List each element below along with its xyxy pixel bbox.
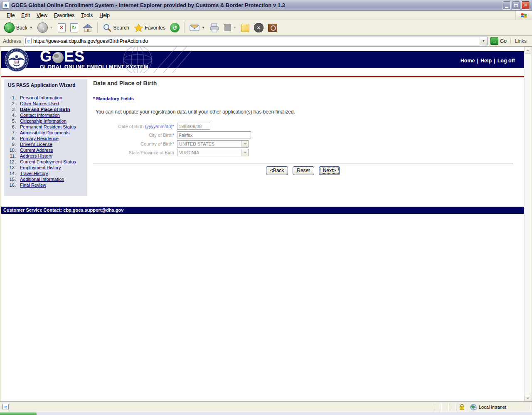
step-number: 15.: [4, 176, 20, 182]
blocked-x-icon: ✕: [254, 23, 264, 32]
country-of-birth-label: Country of Birth*: [93, 141, 177, 146]
form-divider: [93, 163, 513, 163]
sidebar-item-primary-residence[interactable]: 8. Primary Residence: [4, 136, 87, 141]
step-link[interactable]: Current Employment Status: [20, 159, 76, 165]
back-dropdown-icon: ▼: [30, 26, 33, 30]
maximize-button[interactable]: [512, 1, 520, 10]
step-link[interactable]: Personal Information: [20, 95, 62, 101]
sidebar-item-address-history[interactable]: 11. Address History: [4, 153, 87, 159]
state-selected-value: VIRGINIA: [179, 150, 199, 155]
forward-button[interactable]: → ▼: [36, 21, 55, 34]
refresh-button[interactable]: ↻: [69, 22, 80, 34]
reset-button[interactable]: Reset: [293, 166, 314, 175]
sidebar-item-contact-information[interactable]: 4. Contact Information: [4, 112, 87, 118]
sidebar-item-drivers-license[interactable]: 9. Driver's License: [4, 141, 87, 147]
minimize-button[interactable]: [502, 1, 511, 10]
step-link[interactable]: Driver's License: [20, 141, 52, 147]
close-button[interactable]: ✕: [521, 1, 530, 10]
address-url: https://goes-sat.cbp.dhs.gov/goes/BirthP…: [33, 38, 478, 44]
sidebar-item-employment-history[interactable]: 13. Employment History: [4, 165, 87, 170]
menu-view[interactable]: View: [33, 12, 51, 19]
step-link[interactable]: Admissibility Documents: [20, 130, 69, 136]
sidebar-item-permanent-resident-status[interactable]: 6. Permanent Resident Status: [4, 124, 87, 130]
sidebar-item-travel-history[interactable]: 14. Travel History: [4, 170, 87, 176]
step-link[interactable]: Additional Information: [20, 176, 64, 182]
ssl-lock-icon: [459, 404, 465, 410]
address-bar: Address e https://goes-sat.cbp.dhs.gov/g…: [0, 36, 532, 47]
step-link[interactable]: Other Names Used: [20, 101, 59, 106]
edit-button[interactable]: ▼: [222, 23, 238, 32]
favorites-button[interactable]: Favorites: [132, 22, 167, 34]
status-lock-pane: [456, 403, 468, 411]
stop-button[interactable]: ✕: [56, 22, 67, 34]
sidebar-item-personal-information[interactable]: 1. Personal Information: [4, 95, 87, 101]
back-form-button[interactable]: <Back: [266, 166, 288, 175]
ie-window-icon: e: [2, 2, 9, 9]
step-link[interactable]: Contact Information: [20, 112, 60, 118]
menu-file[interactable]: File: [3, 12, 18, 19]
print-button[interactable]: [208, 22, 221, 34]
country-of-birth-select[interactable]: UNITED STATES: [177, 140, 249, 148]
country-selected-value: UNITED STATES: [179, 141, 214, 146]
sidebar-item-current-employment-status[interactable]: 12. Current Employment Status: [4, 159, 87, 165]
nav-help-link[interactable]: Help: [480, 58, 492, 64]
window-title: GOES Global Online Enrollment System - I…: [11, 2, 500, 8]
restore-icon: [514, 4, 518, 7]
menu-help[interactable]: Help: [96, 12, 113, 19]
step-link[interactable]: Address History: [20, 153, 52, 159]
nav-logoff-link[interactable]: Log off: [498, 58, 515, 64]
step-link[interactable]: Permanent Resident Status: [20, 124, 76, 130]
scroll-down-button[interactable]: [525, 395, 531, 402]
messenger-button[interactable]: [239, 22, 251, 33]
sidebar-item-admissibility-documents[interactable]: 7. Admissibility Documents: [4, 130, 87, 136]
next-button[interactable]: Next>: [319, 166, 340, 175]
go-button[interactable]: → Go: [488, 37, 510, 45]
required-asterisk: *: [172, 133, 174, 138]
country-dropdown-icon: [241, 141, 248, 147]
city-of-birth-input[interactable]: [177, 131, 251, 138]
dhs-seal: [5, 48, 29, 72]
research-button[interactable]: [266, 22, 279, 33]
nav-home-link[interactable]: Home: [461, 58, 475, 64]
links-bar[interactable]: Links: [510, 38, 531, 44]
search-button[interactable]: Search: [101, 22, 131, 34]
step-number: 16.: [4, 182, 20, 188]
blocked-popup-button[interactable]: ✕: [252, 22, 265, 34]
back-button[interactable]: ← Back ▼: [2, 21, 34, 34]
finalized-warning-message: You can not update your registration dat…: [93, 109, 515, 115]
sidebar-item-current-address[interactable]: 10. Current Address: [4, 147, 87, 153]
history-button[interactable]: ↺: [168, 22, 181, 34]
goes-logo: G ES GLOBAL ONLINE ENROLLMENT SYSTEM: [40, 49, 148, 70]
home-button[interactable]: [81, 22, 94, 34]
menu-edit[interactable]: Edit: [18, 12, 33, 19]
step-link[interactable]: Date and Place of Birth: [20, 106, 70, 112]
start-button-edge[interactable]: [0, 412, 37, 415]
mail-button[interactable]: ▼: [188, 23, 207, 33]
page-scrollbar[interactable]: [524, 47, 531, 402]
forward-icon: →: [37, 22, 48, 33]
address-field[interactable]: e https://goes-sat.cbp.dhs.gov/goes/Birt…: [24, 37, 488, 45]
wizard-title: US PASS Application Wizard: [4, 82, 87, 88]
sidebar-item-other-names-used[interactable]: 2. Other Names Used: [4, 101, 87, 106]
step-link[interactable]: Current Address: [20, 147, 53, 153]
sidebar-item-date-and-place-of-birth[interactable]: 3. Date and Place of Birth: [4, 106, 87, 112]
step-number: 12.: [4, 159, 20, 165]
date-of-birth-input[interactable]: [177, 123, 210, 130]
step-link[interactable]: Final Review: [20, 182, 46, 188]
sidebar-item-final-review[interactable]: 16. Final Review: [4, 182, 87, 188]
address-dropdown-button[interactable]: ▼: [480, 37, 487, 45]
favorites-star-icon: [134, 23, 143, 32]
step-link[interactable]: Employment History: [20, 165, 61, 170]
status-main-pane: e: [1, 404, 435, 410]
state-of-birth-select[interactable]: VIRGINIA: [177, 149, 249, 156]
step-link[interactable]: Primary Residence: [20, 136, 59, 141]
step-link[interactable]: Citizenship Information: [20, 118, 66, 124]
sidebar-item-additional-information[interactable]: 15. Additional Information: [4, 176, 87, 182]
sidebar-item-citizenship-information[interactable]: 5. Citizenship Information: [4, 118, 87, 124]
step-link[interactable]: Travel History: [20, 170, 48, 176]
menu-favorites[interactable]: Favorites: [51, 12, 78, 19]
scroll-up-button[interactable]: [525, 47, 531, 54]
menu-tools[interactable]: Tools: [78, 12, 96, 19]
toolbar-separator: [97, 22, 98, 33]
header-nav: Home | Help | Log off: [461, 58, 515, 64]
